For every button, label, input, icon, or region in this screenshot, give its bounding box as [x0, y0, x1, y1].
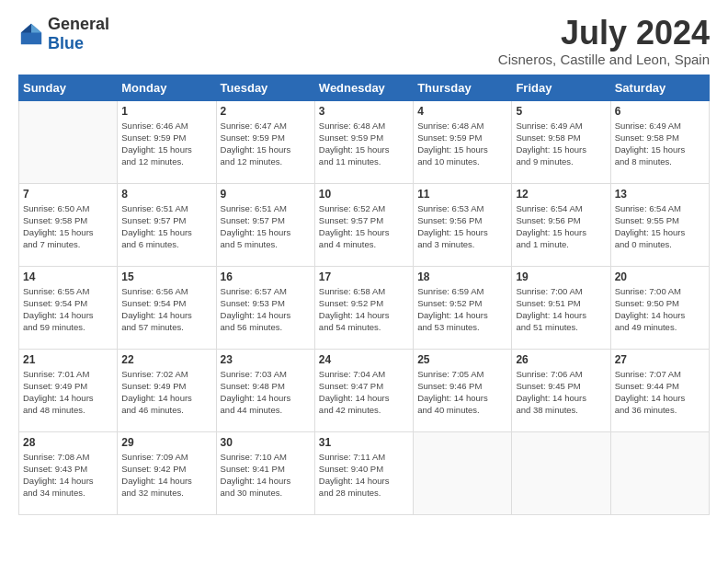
- day-info-30: Sunrise: 7:10 AM Sunset: 9:41 PM Dayligh…: [221, 451, 311, 500]
- day-info-2: Sunrise: 6:47 AM Sunset: 9:59 PM Dayligh…: [221, 120, 311, 168]
- cell-w3-d3: 16Sunrise: 6:57 AM Sunset: 9:53 PM Dayli…: [216, 266, 314, 349]
- header-friday: Friday: [512, 75, 610, 100]
- day-info-20: Sunrise: 7:00 AM Sunset: 9:50 PM Dayligh…: [615, 285, 705, 334]
- day-number-29: 29: [121, 436, 211, 449]
- day-number-4: 4: [417, 105, 507, 118]
- day-number-27: 27: [615, 353, 705, 366]
- svg-marker-2: [21, 24, 31, 33]
- cell-w1-d1: [19, 100, 118, 183]
- title-block: July 2024 Cisneros, Castille and Leon, S…: [498, 15, 710, 67]
- day-info-7: Sunrise: 6:50 AM Sunset: 9:58 PM Dayligh…: [23, 202, 113, 251]
- day-number-8: 8: [121, 188, 211, 201]
- cell-w2-d1: 7Sunrise: 6:50 AM Sunset: 9:58 PM Daylig…: [19, 183, 118, 266]
- cell-w2-d7: 13Sunrise: 6:54 AM Sunset: 9:55 PM Dayli…: [610, 183, 709, 266]
- cell-w5-d5: [414, 431, 512, 514]
- day-number-6: 6: [615, 105, 705, 118]
- cell-w3-d7: 20Sunrise: 7:00 AM Sunset: 9:50 PM Dayli…: [610, 266, 709, 349]
- day-number-18: 18: [417, 270, 507, 283]
- cell-w4-d4: 24Sunrise: 7:04 AM Sunset: 9:47 PM Dayli…: [314, 349, 413, 431]
- day-number-11: 11: [417, 188, 507, 201]
- cell-w2-d6: 12Sunrise: 6:54 AM Sunset: 9:56 PM Dayli…: [512, 183, 610, 266]
- day-info-21: Sunrise: 7:01 AM Sunset: 9:49 PM Dayligh…: [23, 368, 113, 417]
- header-wednesday: Wednesday: [314, 75, 413, 100]
- day-number-7: 7: [23, 188, 113, 201]
- day-info-17: Sunrise: 6:58 AM Sunset: 9:52 PM Dayligh…: [319, 285, 409, 334]
- cell-w5-d7: [610, 431, 709, 514]
- day-info-8: Sunrise: 6:51 AM Sunset: 9:57 PM Dayligh…: [121, 202, 211, 251]
- day-info-11: Sunrise: 6:53 AM Sunset: 9:56 PM Dayligh…: [417, 202, 507, 251]
- day-info-24: Sunrise: 7:04 AM Sunset: 9:47 PM Dayligh…: [319, 368, 409, 417]
- day-number-9: 9: [221, 188, 311, 201]
- day-info-15: Sunrise: 6:56 AM Sunset: 9:54 PM Dayligh…: [121, 285, 211, 334]
- day-number-17: 17: [319, 270, 409, 283]
- logo: General Blue: [18, 15, 109, 53]
- week-row-2: 7Sunrise: 6:50 AM Sunset: 9:58 PM Daylig…: [19, 183, 710, 266]
- cell-w5-d4: 31Sunrise: 7:11 AM Sunset: 9:40 PM Dayli…: [314, 431, 413, 514]
- header-monday: Monday: [118, 75, 216, 100]
- cell-w1-d5: 4Sunrise: 6:48 AM Sunset: 9:59 PM Daylig…: [414, 100, 512, 183]
- cell-w2-d2: 8Sunrise: 6:51 AM Sunset: 9:57 PM Daylig…: [118, 183, 216, 266]
- day-info-25: Sunrise: 7:05 AM Sunset: 9:46 PM Dayligh…: [417, 368, 507, 417]
- logo-text: General Blue: [48, 15, 109, 53]
- day-info-1: Sunrise: 6:46 AM Sunset: 9:59 PM Dayligh…: [121, 120, 211, 168]
- day-number-31: 31: [319, 436, 409, 449]
- day-info-4: Sunrise: 6:48 AM Sunset: 9:59 PM Dayligh…: [417, 120, 507, 168]
- calendar-table: Sunday Monday Tuesday Wednesday Thursday…: [18, 75, 710, 515]
- cell-w4-d1: 21Sunrise: 7:01 AM Sunset: 9:49 PM Dayli…: [19, 349, 118, 431]
- day-number-19: 19: [516, 270, 606, 283]
- day-info-12: Sunrise: 6:54 AM Sunset: 9:56 PM Dayligh…: [516, 202, 606, 251]
- cell-w2-d4: 10Sunrise: 6:52 AM Sunset: 9:57 PM Dayli…: [314, 183, 413, 266]
- cell-w4-d7: 27Sunrise: 7:07 AM Sunset: 9:44 PM Dayli…: [610, 349, 709, 431]
- day-number-23: 23: [221, 353, 311, 366]
- cell-w1-d2: 1Sunrise: 6:46 AM Sunset: 9:59 PM Daylig…: [118, 100, 216, 183]
- day-number-10: 10: [319, 188, 409, 201]
- day-info-23: Sunrise: 7:03 AM Sunset: 9:48 PM Dayligh…: [221, 368, 311, 417]
- day-number-15: 15: [121, 270, 211, 283]
- cell-w3-d2: 15Sunrise: 6:56 AM Sunset: 9:54 PM Dayli…: [118, 266, 216, 349]
- logo-blue: Blue: [48, 34, 109, 53]
- header-sunday: Sunday: [19, 75, 118, 100]
- day-info-10: Sunrise: 6:52 AM Sunset: 9:57 PM Dayligh…: [319, 202, 409, 251]
- header-tuesday: Tuesday: [216, 75, 314, 100]
- cell-w3-d5: 18Sunrise: 6:59 AM Sunset: 9:52 PM Dayli…: [414, 266, 512, 349]
- day-number-14: 14: [23, 270, 113, 283]
- week-row-5: 28Sunrise: 7:08 AM Sunset: 9:43 PM Dayli…: [19, 431, 710, 514]
- day-info-29: Sunrise: 7:09 AM Sunset: 9:42 PM Dayligh…: [121, 451, 211, 500]
- day-number-3: 3: [319, 105, 409, 118]
- cell-w4-d6: 26Sunrise: 7:06 AM Sunset: 9:45 PM Dayli…: [512, 349, 610, 431]
- day-number-28: 28: [23, 436, 113, 449]
- day-info-14: Sunrise: 6:55 AM Sunset: 9:54 PM Dayligh…: [23, 285, 113, 334]
- svg-marker-1: [31, 24, 41, 33]
- day-number-12: 12: [516, 188, 606, 201]
- day-number-1: 1: [121, 105, 211, 118]
- cell-w4-d2: 22Sunrise: 7:02 AM Sunset: 9:49 PM Dayli…: [118, 349, 216, 431]
- cell-w4-d5: 25Sunrise: 7:05 AM Sunset: 9:46 PM Dayli…: [414, 349, 512, 431]
- day-info-22: Sunrise: 7:02 AM Sunset: 9:49 PM Dayligh…: [121, 368, 211, 417]
- cell-w5-d3: 30Sunrise: 7:10 AM Sunset: 9:41 PM Dayli…: [216, 431, 314, 514]
- header-thursday: Thursday: [414, 75, 512, 100]
- cell-w1-d4: 3Sunrise: 6:48 AM Sunset: 9:59 PM Daylig…: [314, 100, 413, 183]
- day-number-22: 22: [121, 353, 211, 366]
- day-info-26: Sunrise: 7:06 AM Sunset: 9:45 PM Dayligh…: [516, 368, 606, 417]
- day-number-30: 30: [221, 436, 311, 449]
- month-title: July 2024: [498, 15, 710, 52]
- day-info-6: Sunrise: 6:49 AM Sunset: 9:58 PM Dayligh…: [615, 120, 705, 168]
- day-info-18: Sunrise: 6:59 AM Sunset: 9:52 PM Dayligh…: [417, 285, 507, 334]
- cell-w1-d6: 5Sunrise: 6:49 AM Sunset: 9:58 PM Daylig…: [512, 100, 610, 183]
- day-info-16: Sunrise: 6:57 AM Sunset: 9:53 PM Dayligh…: [221, 285, 311, 334]
- day-info-13: Sunrise: 6:54 AM Sunset: 9:55 PM Dayligh…: [615, 202, 705, 251]
- cell-w4-d3: 23Sunrise: 7:03 AM Sunset: 9:48 PM Dayli…: [216, 349, 314, 431]
- calendar-header-row: Sunday Monday Tuesday Wednesday Thursday…: [19, 75, 710, 100]
- cell-w2-d5: 11Sunrise: 6:53 AM Sunset: 9:56 PM Dayli…: [414, 183, 512, 266]
- day-info-5: Sunrise: 6:49 AM Sunset: 9:58 PM Dayligh…: [516, 120, 606, 168]
- cell-w5-d2: 29Sunrise: 7:09 AM Sunset: 9:42 PM Dayli…: [118, 431, 216, 514]
- cell-w1-d3: 2Sunrise: 6:47 AM Sunset: 9:59 PM Daylig…: [216, 100, 314, 183]
- day-number-26: 26: [516, 353, 606, 366]
- day-number-25: 25: [417, 353, 507, 366]
- cell-w2-d3: 9Sunrise: 6:51 AM Sunset: 9:57 PM Daylig…: [216, 183, 314, 266]
- day-info-19: Sunrise: 7:00 AM Sunset: 9:51 PM Dayligh…: [516, 285, 606, 334]
- cell-w3-d1: 14Sunrise: 6:55 AM Sunset: 9:54 PM Dayli…: [19, 266, 118, 349]
- week-row-4: 21Sunrise: 7:01 AM Sunset: 9:49 PM Dayli…: [19, 349, 710, 431]
- week-row-1: 1Sunrise: 6:46 AM Sunset: 9:59 PM Daylig…: [19, 100, 710, 183]
- header-saturday: Saturday: [610, 75, 709, 100]
